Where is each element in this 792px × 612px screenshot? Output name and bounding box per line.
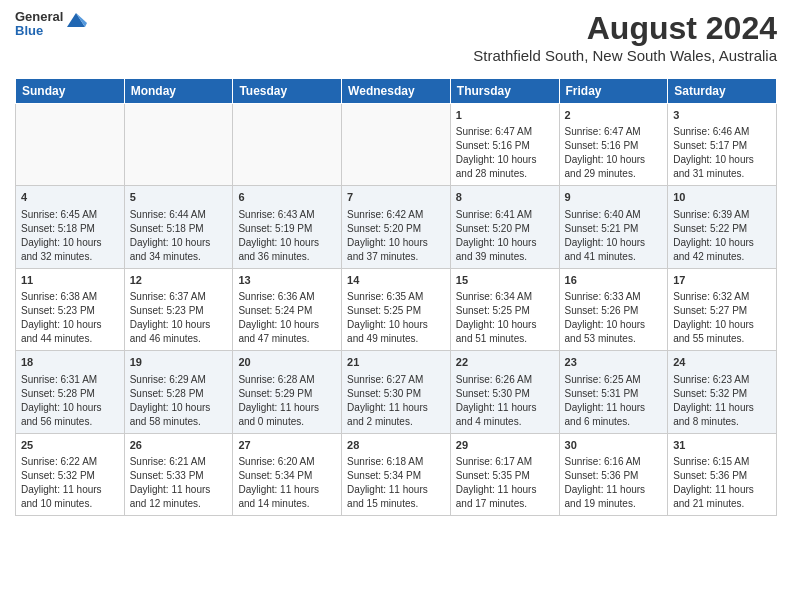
day-info: Sunset: 5:26 PM: [565, 304, 663, 318]
day-info: Sunrise: 6:25 AM: [565, 373, 663, 387]
calendar-cell: 1Sunrise: 6:47 AMSunset: 5:16 PMDaylight…: [450, 104, 559, 186]
day-number: 17: [673, 273, 771, 288]
day-number: 18: [21, 355, 119, 370]
calendar-cell: 3Sunrise: 6:46 AMSunset: 5:17 PMDaylight…: [668, 104, 777, 186]
logo-text: GeneralBlue: [15, 10, 63, 39]
calendar-week-row: 18Sunrise: 6:31 AMSunset: 5:28 PMDayligh…: [16, 351, 777, 433]
day-number: 4: [21, 190, 119, 205]
day-info: Daylight: 10 hours: [238, 318, 336, 332]
day-number: 15: [456, 273, 554, 288]
day-number: 25: [21, 438, 119, 453]
day-info: and 37 minutes.: [347, 250, 445, 264]
day-info: and 4 minutes.: [456, 415, 554, 429]
calendar-cell: [16, 104, 125, 186]
day-number: 31: [673, 438, 771, 453]
calendar-cell: 26Sunrise: 6:21 AMSunset: 5:33 PMDayligh…: [124, 433, 233, 515]
calendar-cell: 8Sunrise: 6:41 AMSunset: 5:20 PMDaylight…: [450, 186, 559, 268]
col-monday: Monday: [124, 79, 233, 104]
logo: GeneralBlue: [15, 10, 87, 39]
calendar-week-row: 25Sunrise: 6:22 AMSunset: 5:32 PMDayligh…: [16, 433, 777, 515]
day-info: Sunset: 5:28 PM: [21, 387, 119, 401]
day-info: and 58 minutes.: [130, 415, 228, 429]
calendar-cell: 6Sunrise: 6:43 AMSunset: 5:19 PMDaylight…: [233, 186, 342, 268]
day-info: Sunrise: 6:44 AM: [130, 208, 228, 222]
day-info: and 19 minutes.: [565, 497, 663, 511]
day-info: and 17 minutes.: [456, 497, 554, 511]
day-info: Daylight: 11 hours: [456, 401, 554, 415]
day-info: Sunset: 5:35 PM: [456, 469, 554, 483]
day-info: Sunset: 5:28 PM: [130, 387, 228, 401]
day-number: 23: [565, 355, 663, 370]
day-info: and 46 minutes.: [130, 332, 228, 346]
calendar-cell: 15Sunrise: 6:34 AMSunset: 5:25 PMDayligh…: [450, 268, 559, 350]
day-info: Sunrise: 6:46 AM: [673, 125, 771, 139]
day-info: and 47 minutes.: [238, 332, 336, 346]
calendar-cell: 28Sunrise: 6:18 AMSunset: 5:34 PMDayligh…: [342, 433, 451, 515]
day-info: and 39 minutes.: [456, 250, 554, 264]
day-info: Sunrise: 6:27 AM: [347, 373, 445, 387]
day-info: Sunrise: 6:36 AM: [238, 290, 336, 304]
day-info: Daylight: 10 hours: [565, 318, 663, 332]
day-info: Sunrise: 6:16 AM: [565, 455, 663, 469]
day-number: 20: [238, 355, 336, 370]
calendar-cell: 30Sunrise: 6:16 AMSunset: 5:36 PMDayligh…: [559, 433, 668, 515]
day-info: Daylight: 10 hours: [565, 153, 663, 167]
day-info: Sunrise: 6:31 AM: [21, 373, 119, 387]
day-info: Daylight: 11 hours: [238, 401, 336, 415]
day-info: Sunrise: 6:41 AM: [456, 208, 554, 222]
day-info: Sunrise: 6:43 AM: [238, 208, 336, 222]
day-number: 5: [130, 190, 228, 205]
day-info: Sunset: 5:34 PM: [238, 469, 336, 483]
day-info: and 49 minutes.: [347, 332, 445, 346]
col-wednesday: Wednesday: [342, 79, 451, 104]
day-info: Sunrise: 6:15 AM: [673, 455, 771, 469]
day-info: and 10 minutes.: [21, 497, 119, 511]
day-info: Sunrise: 6:22 AM: [21, 455, 119, 469]
day-info: Sunset: 5:21 PM: [565, 222, 663, 236]
day-info: Sunrise: 6:34 AM: [456, 290, 554, 304]
calendar-cell: 18Sunrise: 6:31 AMSunset: 5:28 PMDayligh…: [16, 351, 125, 433]
day-info: Sunrise: 6:47 AM: [565, 125, 663, 139]
calendar-cell: 22Sunrise: 6:26 AMSunset: 5:30 PMDayligh…: [450, 351, 559, 433]
calendar-cell: 7Sunrise: 6:42 AMSunset: 5:20 PMDaylight…: [342, 186, 451, 268]
calendar-cell: 27Sunrise: 6:20 AMSunset: 5:34 PMDayligh…: [233, 433, 342, 515]
calendar-cell: 29Sunrise: 6:17 AMSunset: 5:35 PMDayligh…: [450, 433, 559, 515]
day-info: Sunrise: 6:29 AM: [130, 373, 228, 387]
day-info: Sunrise: 6:45 AM: [21, 208, 119, 222]
calendar-cell: 25Sunrise: 6:22 AMSunset: 5:32 PMDayligh…: [16, 433, 125, 515]
day-info: Sunset: 5:29 PM: [238, 387, 336, 401]
day-info: Daylight: 10 hours: [673, 153, 771, 167]
day-info: Daylight: 11 hours: [347, 483, 445, 497]
day-info: Sunrise: 6:26 AM: [456, 373, 554, 387]
day-info: Sunrise: 6:37 AM: [130, 290, 228, 304]
day-number: 7: [347, 190, 445, 205]
day-info: Daylight: 11 hours: [565, 401, 663, 415]
title-section: August 2024 Strathfield South, New South…: [473, 10, 777, 72]
day-info: Sunset: 5:18 PM: [130, 222, 228, 236]
calendar-cell: 31Sunrise: 6:15 AMSunset: 5:36 PMDayligh…: [668, 433, 777, 515]
day-number: 24: [673, 355, 771, 370]
day-info: and 8 minutes.: [673, 415, 771, 429]
day-info: Sunset: 5:17 PM: [673, 139, 771, 153]
day-info: Daylight: 11 hours: [565, 483, 663, 497]
day-info: Sunset: 5:18 PM: [21, 222, 119, 236]
calendar-cell: 14Sunrise: 6:35 AMSunset: 5:25 PMDayligh…: [342, 268, 451, 350]
day-info: and 51 minutes.: [456, 332, 554, 346]
calendar-week-row: 4Sunrise: 6:45 AMSunset: 5:18 PMDaylight…: [16, 186, 777, 268]
calendar-week-row: 11Sunrise: 6:38 AMSunset: 5:23 PMDayligh…: [16, 268, 777, 350]
day-info: and 42 minutes.: [673, 250, 771, 264]
day-info: and 21 minutes.: [673, 497, 771, 511]
day-info: Sunset: 5:22 PM: [673, 222, 771, 236]
col-sunday: Sunday: [16, 79, 125, 104]
day-number: 9: [565, 190, 663, 205]
day-number: 16: [565, 273, 663, 288]
day-number: 10: [673, 190, 771, 205]
day-info: and 15 minutes.: [347, 497, 445, 511]
day-info: Daylight: 10 hours: [238, 236, 336, 250]
calendar-body: 1Sunrise: 6:47 AMSunset: 5:16 PMDaylight…: [16, 104, 777, 516]
day-info: and 0 minutes.: [238, 415, 336, 429]
col-thursday: Thursday: [450, 79, 559, 104]
day-info: and 53 minutes.: [565, 332, 663, 346]
page-subtitle: Strathfield South, New South Wales, Aust…: [473, 47, 777, 64]
col-tuesday: Tuesday: [233, 79, 342, 104]
